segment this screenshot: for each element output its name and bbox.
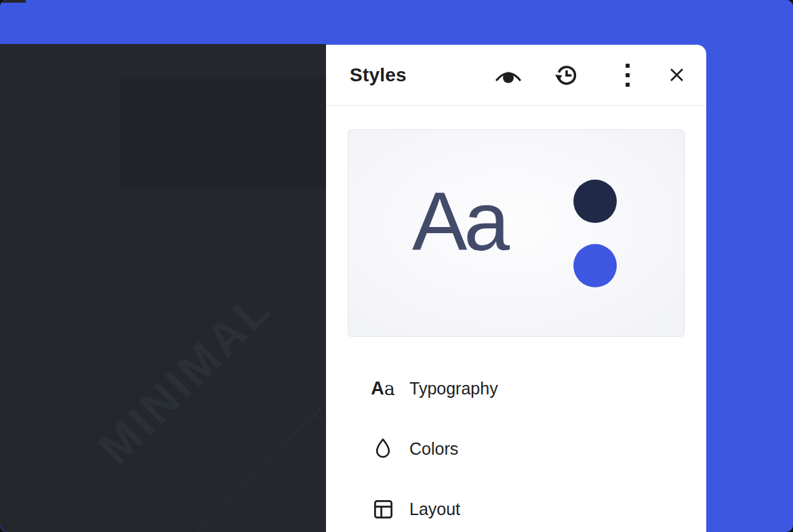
app-frame: MINIMAL Styles	[0, 0, 793, 532]
menu-item-typography[interactable]: Aa Typography	[348, 372, 685, 405]
menu-item-label: Typography	[409, 379, 498, 398]
style-book-button[interactable]	[495, 62, 522, 89]
close-x-icon	[668, 66, 686, 84]
typography-aa-icon: Aa	[369, 375, 396, 402]
menu-item-colors[interactable]: Colors	[348, 432, 685, 465]
menu-item-label: Colors	[409, 439, 458, 459]
menu-item-layout[interactable]: Layout	[348, 493, 685, 525]
more-options-button[interactable]	[614, 62, 641, 89]
editor-canvas[interactable]: MINIMAL	[0, 44, 326, 532]
revisions-button[interactable]	[553, 62, 580, 89]
styles-panel: Styles	[326, 45, 706, 532]
styles-preview-card[interactable]: Aa	[348, 129, 685, 337]
styles-panel-header: Styles	[326, 45, 706, 106]
styles-menu: Aa Typography Colors	[348, 372, 685, 525]
styles-panel-body: Aa Aa Typography Colors	[326, 129, 706, 525]
close-panel-button[interactable]	[663, 62, 690, 89]
window-corner-strip	[0, 0, 26, 3]
history-clock-icon	[553, 62, 580, 89]
admin-top-bar	[0, 0, 793, 44]
font-specimen-text: Aa	[412, 180, 506, 263]
dimmed-content-block	[120, 79, 326, 187]
color-drop-icon	[369, 435, 396, 462]
menu-item-label: Layout	[409, 499, 460, 519]
canvas-watermark-text: MINIMAL	[88, 281, 282, 475]
palette-dark-circle	[573, 180, 617, 223]
palette-blue-circle	[573, 244, 617, 287]
panel-title: Styles	[350, 64, 407, 86]
eye-icon	[495, 65, 522, 85]
layout-grid-icon	[369, 495, 396, 523]
kebab-vertical-dots-icon	[626, 64, 630, 87]
